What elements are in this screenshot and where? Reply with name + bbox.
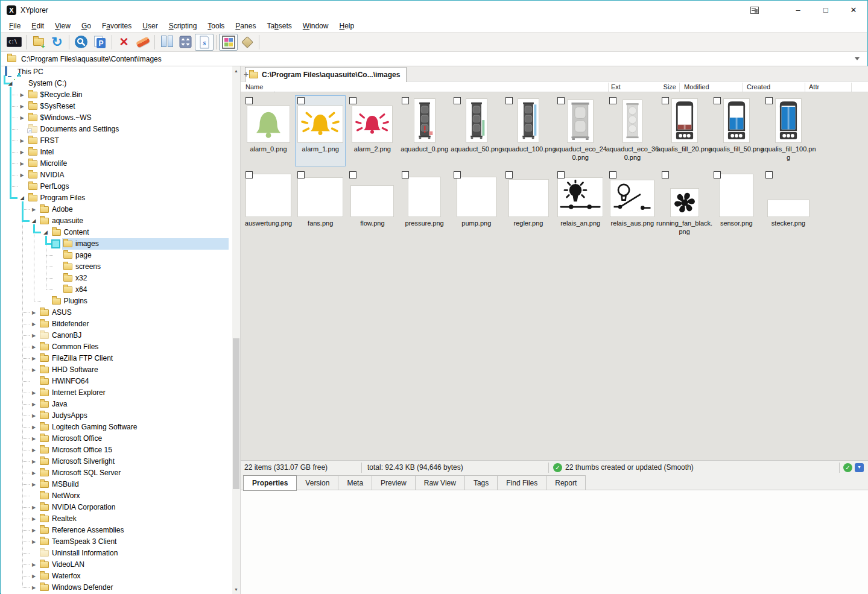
file-thumb-aquaduct-50-png[interactable]: aquaduct_50.png [451,95,502,166]
menu-help[interactable]: Help [334,21,360,31]
tree-item-documents-and-settings[interactable]: ↗Documents and Settings [1,124,232,135]
column-name[interactable]: Name [246,83,263,90]
tab-preview[interactable]: Preview [372,475,416,490]
expand-arrow-icon[interactable]: ▶ [19,135,26,147]
thumb-checkbox[interactable] [402,171,409,179]
tree-item-asus[interactable]: ▶ASUS [1,307,232,318]
expand-arrow-icon[interactable]: ▶ [30,582,37,593]
expand-arrow-icon[interactable]: ▶ [19,101,26,112]
expand-arrow-icon[interactable]: ▶ [19,158,26,169]
expand-arrow-icon[interactable]: ▶ [30,525,37,536]
expand-arrow-icon[interactable]: ▶ [30,559,37,570]
tree-item-microsoft-office[interactable]: ▶Microsoft Office [1,433,232,444]
scripting-button[interactable]: s [195,34,214,51]
column-separator[interactable] [608,83,609,92]
expand-arrow-icon[interactable]: ▶ [30,536,37,548]
thumb-checkbox[interactable] [454,97,461,104]
menu-view[interactable]: View [49,21,76,31]
address-path[interactable]: C:\Program Files\aquasuite\Content\image… [21,55,162,63]
tree-item-waterfox[interactable]: ▶Waterfox [1,570,232,582]
expand-arrow-icon[interactable]: ▶ [30,422,37,433]
collapse-arrow-icon[interactable]: ◢ [7,78,14,89]
expand-arrow-icon[interactable]: ▶ [30,444,37,456]
file-thumb-flow-png[interactable]: flow.png [347,169,398,241]
thumb-checkbox[interactable] [714,97,721,104]
tree-item-windows-defender[interactable]: ▶Windows Defender [1,582,232,593]
expand-arrow-icon[interactable]: ▶ [30,433,37,444]
tree-item-images[interactable]: images [1,238,232,250]
column-separator[interactable] [805,83,805,92]
thumb-checkbox[interactable] [714,171,721,179]
thumb-checkbox[interactable] [557,97,565,104]
menu-panes[interactable]: Panes [230,21,261,31]
new-tab-button[interactable]: + [241,68,252,80]
tree-item-plugins[interactable]: Plugins [1,295,232,307]
menu-favorites[interactable]: Favorites [97,21,137,31]
tab-find-files[interactable]: Find Files [497,475,546,490]
expand-arrow-icon[interactable]: ▶ [30,353,37,364]
tree-item-adobe[interactable]: ▶Adobe [1,204,232,215]
tab-report[interactable]: Report [546,475,586,490]
minimize-button[interactable]: – [784,1,812,19]
expand-arrow-icon[interactable]: ▶ [19,112,26,124]
tag-button[interactable] [238,34,256,51]
tree-item-filezilla-ftp-client[interactable]: ▶FileZilla FTP Client [1,353,232,364]
command-prompt-button[interactable]: c:\ [5,34,24,51]
tree-item-msbuild[interactable]: ▶MSBuild [1,479,232,490]
file-thumb-relais-aus-png[interactable]: relais_aus.png [607,169,657,241]
column-modified[interactable]: Modified [684,83,709,90]
file-thumb-relais-an-png[interactable]: relais_an.png [555,169,606,241]
expand-arrow-icon[interactable]: ▶ [30,341,37,353]
file-thumb-stecker-png[interactable]: stecker.png [763,169,814,241]
expand-arrow-icon[interactable]: ▶ [30,456,37,467]
tab-version[interactable]: Version [296,475,338,490]
find-files-button[interactable] [72,34,90,51]
tree-item-java[interactable]: ▶Java [1,399,232,410]
column-ext[interactable]: Ext [611,83,621,90]
tree-item-microsoft-silverlight[interactable]: ▶Microsoft Silverlight [1,456,232,467]
thumb-checkbox[interactable] [609,171,616,179]
scrollbar-thumb[interactable] [233,338,239,489]
expand-arrow-icon[interactable]: ▶ [30,364,37,376]
file-thumb-aquaduct-eco-360-png[interactable]: aquaduct_eco_360.png [607,95,657,166]
tab-tags[interactable]: Tags [464,475,498,490]
tree-item-hwinfo64[interactable]: HWiNFO64 [1,376,232,387]
expand-arrow-icon[interactable]: ▶ [30,479,37,490]
tree-item-realtek[interactable]: ▶Realtek [1,513,232,525]
file-thumb-running-fan-black-png[interactable]: running_fan_black.png [659,169,710,241]
autosize-columns-button[interactable] [176,34,195,51]
tree-item-microlife[interactable]: ▶Microlife [1,158,232,169]
file-thumb-aquaduct-eco-240-png[interactable]: aquaduct_eco_240.png [555,95,606,166]
column-separator[interactable] [742,83,743,92]
tree-item-microsoft-office-15[interactable]: ▶Microsoft Office 15 [1,444,232,456]
tree-item-videolan[interactable]: ▶VideoLAN [1,559,232,570]
new-folder-button[interactable]: + [29,34,48,51]
file-thumb-aqualis-fill-50-png[interactable]: aqualis_fill_50.png [711,95,762,166]
tree-item-logitech-gaming-software[interactable]: ▶Logitech Gaming Software [1,422,232,433]
thumb-checkbox[interactable] [349,171,356,179]
menu-window[interactable]: Window [297,21,334,31]
menu-edit[interactable]: Edit [26,21,49,31]
dual-pane-button[interactable] [157,34,176,51]
file-thumb-aquaduct-100-png[interactable]: aquaduct_100.png [503,95,554,166]
tree-item-page[interactable]: page [1,250,232,261]
tree-item-microsoft-sql-server[interactable]: ▶Microsoft SQL Server [1,467,232,479]
thumb-checkbox[interactable] [505,97,513,104]
expand-arrow-icon[interactable]: ▶ [30,570,37,582]
menu-file[interactable]: File [4,21,26,31]
file-thumb-sensor-png[interactable]: sensor.png [711,169,762,241]
file-thumb-alarm-1-png[interactable]: alarm_1.png [295,95,346,166]
thumb-checkbox[interactable] [297,97,305,104]
tree-item-content[interactable]: ◢Content [1,227,232,238]
tree-item-reference-assemblies[interactable]: ▶Reference Assemblies [1,525,232,536]
thumb-checkbox[interactable] [402,97,409,104]
column-size[interactable]: Size [627,83,676,90]
thumb-checkbox[interactable] [297,171,305,179]
column-created[interactable]: Created [747,83,770,90]
menu-go[interactable]: Go [76,21,97,31]
file-thumb-fans-png[interactable]: fans.png [295,169,346,241]
file-thumb-alarm-2-png[interactable]: alarm_2.png [347,95,398,166]
menu-tabsets[interactable]: Tabsets [261,21,297,31]
folder-tab[interactable]: C:\Program Files\aquasuite\Co...\images [245,67,407,82]
column-attr[interactable]: Attr [809,83,819,90]
